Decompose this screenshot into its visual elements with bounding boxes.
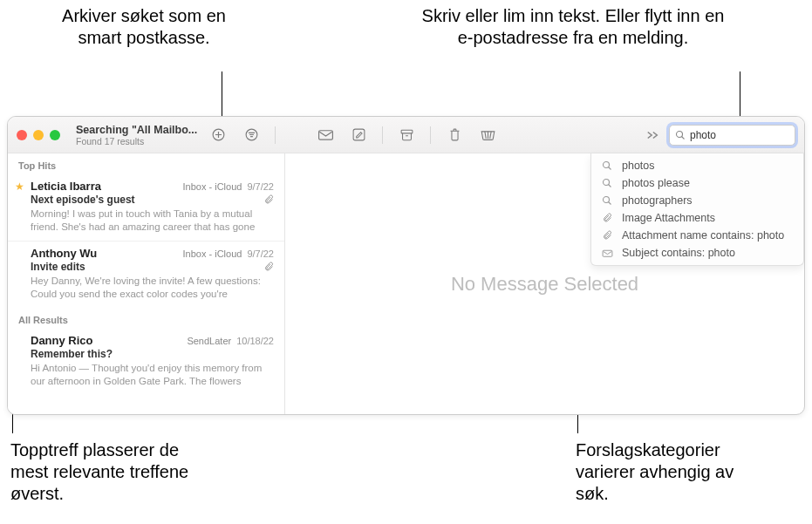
archive-button[interactable] — [393, 124, 420, 146]
search-icon — [675, 130, 686, 140]
svg-point-18 — [604, 180, 610, 186]
suggestion-item[interactable]: Attachment name contains: photo — [591, 227, 803, 244]
window-controls — [17, 130, 60, 140]
svg-point-14 — [677, 131, 683, 137]
suggestion-item[interactable]: photographers — [591, 192, 803, 209]
attachment-icon — [263, 194, 274, 205]
message-date: 9/7/22 — [247, 248, 274, 259]
callout-top-hits: Topptreff plasserer de mest relevante tr… — [10, 439, 202, 505]
message-row[interactable]: ★ Leticia Ibarra Inbox - iCloud 9/7/22 N… — [8, 174, 284, 241]
suggestion-label: Image Attachments — [622, 212, 715, 224]
svg-point-20 — [604, 197, 610, 203]
callout-search-input: Skriv eller lim inn tekst. Eller flytt i… — [420, 5, 726, 49]
toolbar-separator — [382, 126, 383, 144]
svg-rect-7 — [318, 131, 332, 140]
compose-button[interactable] — [345, 124, 372, 146]
callout-suggestions: Forslagskategorier varierer avhengig av … — [576, 439, 768, 505]
suggestion-label: Subject contains: photo — [622, 247, 735, 259]
mail-icon — [602, 248, 615, 258]
svg-line-17 — [609, 167, 611, 170]
toolbar-separator — [430, 126, 431, 144]
sender-name: Danny Rico — [31, 334, 93, 347]
sender-name: Anthony Wu — [31, 247, 97, 260]
attachment-icon — [602, 213, 615, 223]
svg-rect-22 — [603, 250, 612, 256]
search-icon — [602, 178, 615, 188]
toolbar-separator — [275, 126, 276, 144]
delete-button[interactable] — [441, 124, 467, 146]
toolbar: Searching "All Mailbo... Found 17 result… — [8, 117, 804, 153]
mail-window: Searching "All Mailbo... Found 17 result… — [7, 116, 805, 415]
message-subject: Invite edits — [31, 261, 85, 273]
suggestion-item[interactable]: Subject contains: photo — [591, 244, 803, 262]
no-selection-label: No Message Selected — [451, 273, 638, 296]
message-subject: Next episode's guest — [31, 194, 135, 206]
window-title: Searching "All Mailbo... — [76, 124, 198, 136]
sender-name: Leticia Ibarra — [31, 180, 101, 193]
message-preview: Hey Danny, We're loving the invite! A fe… — [31, 275, 274, 301]
get-mail-button[interactable] — [312, 124, 338, 146]
fullscreen-window-button[interactable] — [50, 130, 60, 140]
svg-line-19 — [609, 185, 611, 187]
svg-line-12 — [489, 132, 490, 139]
message-date: 10/18/22 — [236, 336, 274, 346]
mailbox-label: Inbox - iCloud — [183, 248, 242, 259]
filter-button[interactable] — [238, 124, 264, 146]
message-row[interactable]: Danny Rico SendLater 10/18/22 Remember t… — [8, 329, 284, 395]
message-preview: Morning! I was put in touch with Tania b… — [31, 208, 274, 234]
message-row[interactable]: Anthony Wu Inbox - iCloud 9/7/22 Invite … — [8, 241, 284, 308]
window-subtitle: Found 17 results — [76, 136, 198, 146]
minimize-window-button[interactable] — [33, 130, 44, 140]
attachment-icon — [602, 230, 615, 241]
suggestion-item[interactable]: photos please — [591, 174, 803, 192]
toolbar-overflow-button[interactable] — [643, 130, 662, 140]
save-smart-mailbox-button[interactable] — [205, 124, 231, 146]
star-icon: ★ — [15, 180, 24, 193]
section-top-hits: Top Hits — [8, 153, 284, 174]
suggestion-label: photos please — [622, 177, 690, 189]
search-field[interactable]: ✕ — [669, 125, 795, 146]
search-input[interactable] — [690, 129, 805, 141]
mailbox-label: SendLater — [187, 336, 231, 346]
junk-button[interactable] — [474, 124, 501, 146]
svg-line-21 — [609, 202, 611, 205]
window-title-block: Searching "All Mailbo... Found 17 result… — [76, 124, 198, 146]
close-window-button[interactable] — [17, 130, 27, 140]
callout-save-smart-mailbox: Arkiver søket som en smart postkasse. — [57, 5, 231, 49]
svg-line-15 — [682, 136, 685, 139]
message-preview: Hi Antonio — Thought you'd enjoy this me… — [31, 362, 274, 388]
suggestion-label: photographers — [622, 194, 693, 207]
attachment-icon — [263, 262, 274, 272]
suggestion-item[interactable]: photos — [591, 157, 803, 174]
section-all-results: All Results — [8, 308, 284, 329]
search-icon — [602, 195, 615, 206]
search-suggestions-popover: photos photos please photographers Image… — [590, 153, 804, 266]
message-list: Top Hits ★ Leticia Ibarra Inbox - iCloud… — [8, 153, 285, 414]
suggestion-item[interactable]: Image Attachments — [591, 209, 803, 227]
message-subject: Remember this? — [31, 348, 113, 360]
suggestion-label: Attachment name contains: photo — [622, 229, 784, 242]
svg-rect-9 — [401, 130, 413, 133]
mailbox-label: Inbox - iCloud — [183, 181, 242, 192]
svg-line-11 — [484, 132, 485, 139]
search-icon — [602, 160, 615, 171]
svg-point-16 — [604, 162, 610, 168]
message-date: 9/7/22 — [247, 181, 274, 192]
suggestion-label: photos — [622, 160, 655, 172]
